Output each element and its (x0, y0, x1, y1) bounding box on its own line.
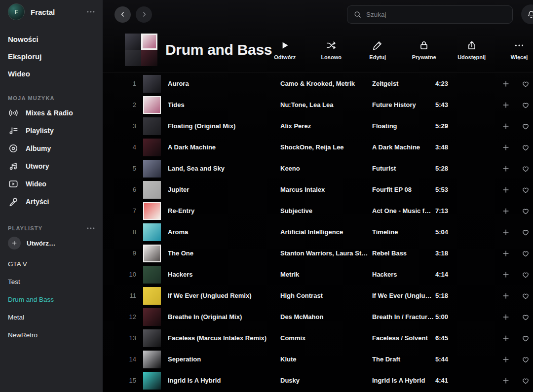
search-input[interactable] (366, 11, 506, 18)
track-artist[interactable]: Metrik (280, 271, 372, 278)
add-to-playlist-button[interactable] (498, 249, 513, 258)
create-playlist-button[interactable]: Utwórz… (8, 233, 103, 253)
track-album[interactable]: If We Ever (Unglu… (372, 292, 435, 299)
track-row[interactable]: 15 Ingrid Is A Hybrid Dusky Ingrid Is A … (103, 370, 533, 391)
track-album[interactable]: Ingrid Is A Hybrid (372, 377, 435, 384)
add-to-playlist-button[interactable] (498, 313, 513, 321)
track-row[interactable]: 6 Jupiter Marcus Intalex Fourfit EP 08 5… (103, 179, 533, 200)
track-artist[interactable]: Artificial Intelligence (280, 228, 372, 236)
track-artist[interactable]: Klute (280, 356, 372, 363)
track-album[interactable]: A Dark Machine (372, 143, 435, 151)
favorite-button[interactable] (513, 376, 530, 385)
track-artist[interactable]: Subjective (280, 207, 372, 214)
sidebar-item[interactable]: Mixes & Radio (8, 104, 103, 122)
playlist-link[interactable]: NewRetro (8, 326, 103, 344)
add-to-playlist-button[interactable] (498, 185, 513, 194)
add-to-playlist-button[interactable] (498, 79, 513, 88)
track-album[interactable]: Zeitgeist (372, 80, 435, 87)
playlist-link[interactable]: GTA V (8, 255, 103, 273)
action-button[interactable]: Odtwórz (272, 40, 298, 60)
track-row[interactable]: 5 Land, Sea and Sky Keeno Futurist 5:28 (103, 158, 533, 179)
add-to-playlist-button[interactable] (498, 101, 513, 109)
track-album[interactable]: Faceless / Solvent (372, 334, 435, 342)
search-box[interactable] (347, 5, 513, 24)
favorite-button[interactable] (513, 101, 530, 109)
add-to-playlist-button[interactable] (498, 143, 513, 152)
track-album[interactable]: The Draft (372, 356, 435, 363)
add-to-playlist-button[interactable] (498, 291, 513, 300)
playlist-link[interactable]: Test (8, 273, 103, 290)
track-album[interactable]: Act One - Music f… (372, 207, 435, 214)
track-row[interactable]: 13 Faceless (Marcus Intalex Remix) Commi… (103, 327, 533, 349)
track-album[interactable]: Breath In / Fractur… (372, 313, 435, 321)
add-to-playlist-button[interactable] (498, 228, 513, 237)
track-artist[interactable]: Keeno (280, 165, 372, 172)
favorite-button[interactable] (513, 79, 530, 88)
favorite-button[interactable] (513, 164, 530, 173)
forward-button[interactable] (136, 6, 152, 23)
track-row[interactable]: 1 Aurora Camo & Krooked, Metrik Zeitgeis… (103, 73, 533, 94)
track-artist[interactable]: High Contrast (280, 292, 372, 299)
track-row[interactable]: 14 Seperation Klute The Draft 5:44 (103, 349, 533, 370)
action-button[interactable]: Prywatne (411, 40, 437, 60)
favorite-button[interactable] (513, 122, 530, 131)
app-logo[interactable]: F (8, 3, 25, 20)
favorite-button[interactable] (513, 355, 530, 364)
track-album[interactable]: Hackers (372, 271, 435, 278)
sidebar-item[interactable]: Albumy (8, 140, 103, 157)
add-to-playlist-button[interactable] (498, 376, 513, 385)
action-button[interactable]: Losowo (318, 40, 344, 60)
playlist-link[interactable]: Drum and Bass (8, 290, 103, 308)
add-to-playlist-button[interactable] (498, 334, 513, 343)
track-album[interactable]: Fourfit EP 08 (372, 186, 435, 193)
nav-item[interactable]: Wideo (8, 65, 103, 82)
action-button[interactable]: Edytuj (365, 40, 390, 60)
track-artist[interactable]: Camo & Krooked, Metrik (280, 80, 372, 87)
track-album[interactable]: Future History (372, 101, 435, 108)
action-button[interactable]: Więcej (506, 40, 532, 60)
track-row[interactable]: 7 Re-Entry Subjective Act One - Music f…… (103, 200, 533, 221)
favorite-button[interactable] (513, 185, 530, 194)
sidebar-item[interactable]: Playlisty (8, 122, 103, 140)
playlist-link[interactable]: Metal (8, 308, 103, 326)
track-artist[interactable]: Stanton Warriors, Laura St… (280, 249, 372, 257)
track-artist[interactable]: ShockOne, Reija Lee (280, 143, 372, 151)
favorite-button[interactable] (513, 143, 530, 152)
track-album[interactable]: Floating (372, 122, 435, 130)
track-row[interactable]: 4 A Dark Machine ShockOne, Reija Lee A D… (103, 137, 533, 158)
track-artist[interactable]: Des McMahon (280, 313, 372, 321)
favorite-button[interactable] (513, 207, 530, 215)
favorite-button[interactable] (513, 249, 530, 258)
add-to-playlist-button[interactable] (498, 270, 513, 279)
track-row[interactable]: 9 The One Stanton Warriors, Laura St… Re… (103, 243, 533, 264)
action-button[interactable]: Udostępnij (457, 40, 486, 60)
notifications-button[interactable] (521, 4, 533, 24)
track-row[interactable]: 10 Hackers Metrik Hackers 4:14 (103, 264, 533, 285)
track-row[interactable]: 8 Aroma Artificial Intelligence Timeline… (103, 221, 533, 243)
favorite-button[interactable] (513, 291, 530, 300)
sidebar-item[interactable]: Wideo (8, 175, 103, 193)
add-to-playlist-button[interactable] (498, 207, 513, 215)
sidebar-item[interactable]: Utwory (8, 157, 103, 175)
favorite-button[interactable] (513, 228, 530, 237)
back-button[interactable] (114, 6, 131, 23)
track-row[interactable]: 2 Tides Nu:Tone, Lea Lea Future History … (103, 94, 533, 115)
track-artist[interactable]: Alix Perez (280, 122, 372, 130)
favorite-button[interactable] (513, 270, 530, 279)
track-artist[interactable]: Dusky (280, 377, 372, 384)
app-menu-button[interactable] (86, 7, 96, 17)
track-row[interactable]: 11 If We Ever (Unglued Remix) High Contr… (103, 285, 533, 306)
nav-item[interactable]: Nowości (8, 31, 103, 48)
track-artist[interactable]: Commix (280, 334, 372, 342)
add-to-playlist-button[interactable] (498, 164, 513, 173)
favorite-button[interactable] (513, 313, 530, 321)
add-to-playlist-button[interactable] (498, 355, 513, 364)
playlist-cover[interactable] (125, 34, 157, 66)
track-row[interactable]: 3 Floating (Original Mix) Alix Perez Flo… (103, 115, 533, 137)
nav-item[interactable]: Eksploruj (8, 48, 103, 65)
track-album[interactable]: Rebel Bass (372, 249, 435, 257)
favorite-button[interactable] (513, 334, 530, 343)
track-artist[interactable]: Marcus Intalex (280, 186, 372, 193)
track-artist[interactable]: Nu:Tone, Lea Lea (280, 101, 372, 108)
playlists-menu-button[interactable] (86, 223, 96, 233)
